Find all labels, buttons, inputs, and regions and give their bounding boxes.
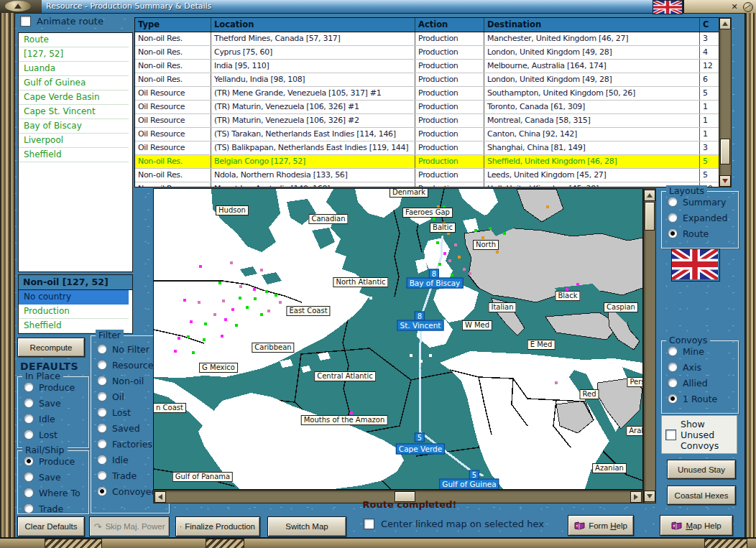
recompute-button[interactable]: Recompute [17,338,85,357]
table-row[interactable]: Oil Resource(TS) Tarakan, Netherlands Ea… [135,128,719,141]
radio-option-lost[interactable]: Lost [24,429,88,440]
help-book-icon [574,521,585,530]
radio-option-1-route[interactable]: 1 Route [668,393,738,404]
route-zone-label-bay-of-biscay[interactable]: Bay of Biscay [407,278,464,289]
cell-c: 5 [700,87,719,100]
detail-listbox[interactable]: Non-oil [127, 52] No countryProductionSh… [18,274,133,334]
finalize-production-button[interactable]: Finalize Production [175,516,260,537]
table-row[interactable]: Non-oil Res.India [95, 110]ProductionMel… [135,60,719,73]
radio-option-idle[interactable]: Idle [24,413,88,424]
resource-dot [203,338,206,341]
route-list-item-luanda[interactable]: Luanda [19,62,129,76]
radio-option-summary[interactable]: Summary [668,196,738,208]
detail-list-item-no-country[interactable]: No country [19,290,129,305]
radio-option-produce[interactable]: Produce [24,381,88,393]
route-list-item-route[interactable]: Route [19,33,129,47]
map-canvas[interactable]: DenmarkHudsonCanadianFaeroes GapBalticNo… [153,188,643,490]
route-list-item-sheffield[interactable]: Sheffield [19,148,129,162]
radio-option-axis[interactable]: Axis [668,361,738,373]
table-row[interactable]: Non-oil Res.Thetford Mines, Canada [57, … [135,32,719,46]
table-row[interactable]: Oil Resource(TR) Mene Grande, Venezuela … [135,87,719,101]
table-row[interactable]: Non-oil Res.Ndola, Northern Rhodesia [13… [135,169,719,182]
skip-major-power-button[interactable]: ↷ Skip Maj. Power [89,516,170,537]
system-menu-button[interactable] [5,1,31,11]
resource-dot [279,301,282,304]
help-book-icon [671,521,682,530]
scroll-up-icon[interactable] [719,18,731,29]
column-header-type[interactable]: Type [135,18,211,32]
route-list-item-127-52[interactable]: [127, 52] [19,47,129,62]
skip-arrow-icon: ↷ [94,521,102,532]
title-bar[interactable]: Resource - Production Summary & Details … [0,0,756,14]
table-scrollbar-thumb[interactable] [720,139,730,164]
scroll-right-icon[interactable] [630,491,642,503]
show-unused-convoys-checkbox[interactable] [665,429,676,440]
detail-list-item-production[interactable]: Production [19,305,129,319]
resource-dot [350,412,353,414]
unused-stay-button[interactable]: Unused Stay [667,460,736,479]
radio-option-save[interactable]: Save [24,397,88,409]
column-header-action[interactable]: Action [415,18,484,32]
center-map-checkbox[interactable] [364,519,374,529]
detail-list-header: Non-oil [127, 52] [19,275,132,290]
radio-icon [97,376,107,386]
route-list-item-cape-st-vincent[interactable]: Cape St. Vincent [19,105,129,119]
scroll-down-icon[interactable] [719,175,731,187]
cell-c: 3 [700,141,719,154]
route-list-item-liverpool[interactable]: Liverpool [19,134,129,148]
cell-type: Non-oil Res. [135,155,211,168]
radio-option-where-to[interactable]: Where To [24,487,88,498]
resource-dot [275,294,277,297]
map-v-scrollbar-thumb[interactable] [645,202,655,231]
radio-option-expanded[interactable]: Expanded [668,212,738,223]
rail-ship-title: Rail/Ship [22,445,68,455]
scroll-down-icon[interactable] [644,491,655,502]
radio-icon [668,197,678,207]
radio-option-route[interactable]: Route [668,228,738,239]
cell-c: 4 [700,46,719,59]
route-zone-label-st-vincent[interactable]: St. Vincent [397,320,444,331]
route-list-item-gulf-of-guinea[interactable]: Gulf of Guinea [19,76,129,90]
cell-destination: Montreal, Canada [58, 315] [484,114,700,127]
scroll-left-icon[interactable] [155,491,166,503]
sea-zone-label-azanian: Azanian [592,463,627,473]
map-help-button[interactable]: Map Help [660,515,733,536]
resource-table[interactable]: TypeLocationActionDestinationC Non-oil R… [134,17,720,187]
table-row[interactable]: Oil Resource(TR) Maturin, Venezuela [106… [135,114,719,128]
route-zone-label-gulf-of-guinea[interactable]: Gulf of Guinea [439,479,499,490]
table-row[interactable]: Oil Resource(TS) Balikpapan, Netherlands… [135,141,719,155]
route-zone-label-cape-verde[interactable]: Cape Verde [396,444,445,455]
close-icon[interactable]: ✕ [729,1,740,12]
radio-option-trade[interactable]: Trade [24,503,88,514]
radio-option-label: Save [39,398,61,409]
table-row[interactable]: Non-oil Res.Cyprus [75, 60]ProductionLon… [135,46,719,60]
map-v-scrollbar[interactable] [643,188,656,503]
cell-action: Production [415,87,484,100]
route-list-item-cape-verde-basin[interactable]: Cape Verde Basin [19,90,129,105]
column-header-destination[interactable]: Destination [484,18,700,32]
column-header-c[interactable]: C [700,18,719,32]
cell-action: Production [415,46,484,59]
radio-option-allied[interactable]: Allied [668,377,738,389]
radio-option-produce[interactable]: Produce [24,455,88,467]
table-row[interactable]: Non-oil Res.Mount Isa, Australia [140, 1… [135,182,719,187]
route-listbox[interactable]: Route[127, 52]LuandaGulf of GuineaCape V… [18,32,133,272]
clear-defaults-button[interactable]: Clear Defaults [17,516,85,537]
radio-option-mine[interactable]: Mine [668,345,738,357]
switch-map-button[interactable]: Switch Map [267,516,346,537]
animate-route-checkbox[interactable] [20,16,31,27]
column-header-location[interactable]: Location [211,18,415,32]
table-row[interactable]: Non-oil Res.Yellandu, India [98, 108]Pro… [135,73,719,87]
coastal-hexes-button[interactable]: Coastal Hexes [667,486,736,505]
route-list-item-bay-of-biscay[interactable]: Bay of Biscay [19,119,129,134]
form-help-button[interactable]: Form Help [568,515,634,536]
table-scrollbar[interactable] [719,17,732,187]
radio-option-label: Produce [39,456,75,467]
table-row[interactable]: Non-oil Res.Belgian Congo [127, 52]Produ… [135,155,719,169]
table-row[interactable]: Oil Resource(TR) Maturin, Venezuela [106… [135,101,719,114]
cell-c: 12 [700,60,719,73]
radio-option-save[interactable]: Save [24,471,88,483]
radio-option-label: Lost [112,407,131,418]
scroll-up-icon[interactable] [644,190,655,201]
sea-zone-label-g-mexico: G Mexico [199,363,238,373]
